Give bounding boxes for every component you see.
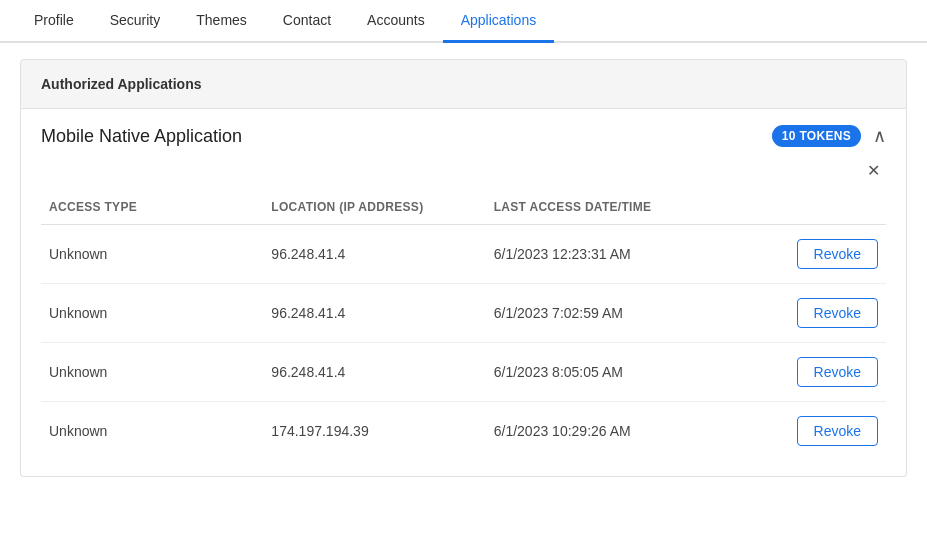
cell-last-access-3: 6/1/2023 10:29:26 AM: [486, 402, 775, 461]
close-button[interactable]: ✕: [861, 159, 886, 182]
app-card-header-right: 10 TOKENS ∧: [772, 125, 886, 147]
cell-location-2: 96.248.41.4: [263, 343, 485, 402]
app-card-header: Mobile Native Application 10 TOKENS ∧: [41, 125, 886, 147]
nav-tab-security[interactable]: Security: [92, 0, 179, 43]
cell-action-2: Revoke: [775, 343, 886, 402]
table-row: Unknown174.197.194.396/1/2023 10:29:26 A…: [41, 402, 886, 461]
nav-tab-profile[interactable]: Profile: [16, 0, 92, 43]
cell-access-type-0: Unknown: [41, 225, 263, 284]
nav-tab-contact[interactable]: Contact: [265, 0, 349, 43]
collapse-button[interactable]: ∧: [873, 127, 886, 145]
authorized-applications-header: Authorized Applications: [20, 59, 907, 109]
section-title: Authorized Applications: [41, 76, 201, 92]
col-header-location: LOCATION (IP ADDRESS): [263, 190, 485, 225]
table-row: Unknown96.248.41.46/1/2023 8:05:05 AMRev…: [41, 343, 886, 402]
nav-tab-themes[interactable]: Themes: [178, 0, 265, 43]
col-header-last-access: LAST ACCESS DATE/TIME: [486, 190, 775, 225]
cell-access-type-1: Unknown: [41, 284, 263, 343]
nav-tabs: ProfileSecurityThemesContactAccountsAppl…: [0, 0, 927, 43]
revoke-button-1[interactable]: Revoke: [797, 298, 878, 328]
cell-location-0: 96.248.41.4: [263, 225, 485, 284]
app-name: Mobile Native Application: [41, 126, 242, 147]
col-header-access-type: ACCESS TYPE: [41, 190, 263, 225]
revoke-button-2[interactable]: Revoke: [797, 357, 878, 387]
cell-access-type-2: Unknown: [41, 343, 263, 402]
cell-last-access-0: 6/1/2023 12:23:31 AM: [486, 225, 775, 284]
cell-last-access-1: 6/1/2023 7:02:59 AM: [486, 284, 775, 343]
cell-access-type-3: Unknown: [41, 402, 263, 461]
table-row: Unknown96.248.41.46/1/2023 7:02:59 AMRev…: [41, 284, 886, 343]
table-header: ACCESS TYPE LOCATION (IP ADDRESS) LAST A…: [41, 190, 886, 225]
cell-action-0: Revoke: [775, 225, 886, 284]
nav-tab-accounts[interactable]: Accounts: [349, 0, 443, 43]
app-card: Mobile Native Application 10 TOKENS ∧ ✕ …: [20, 109, 907, 477]
cell-location-3: 174.197.194.39: [263, 402, 485, 461]
tokens-badge: 10 TOKENS: [772, 125, 861, 147]
table-row: Unknown96.248.41.46/1/2023 12:23:31 AMRe…: [41, 225, 886, 284]
col-header-action: [775, 190, 886, 225]
nav-tab-applications[interactable]: Applications: [443, 0, 555, 43]
cell-action-3: Revoke: [775, 402, 886, 461]
cell-location-1: 96.248.41.4: [263, 284, 485, 343]
revoke-button-0[interactable]: Revoke: [797, 239, 878, 269]
access-table: ACCESS TYPE LOCATION (IP ADDRESS) LAST A…: [41, 190, 886, 460]
revoke-button-3[interactable]: Revoke: [797, 416, 878, 446]
close-row: ✕: [41, 155, 886, 182]
table-body: Unknown96.248.41.46/1/2023 12:23:31 AMRe…: [41, 225, 886, 461]
cell-action-1: Revoke: [775, 284, 886, 343]
cell-last-access-2: 6/1/2023 8:05:05 AM: [486, 343, 775, 402]
